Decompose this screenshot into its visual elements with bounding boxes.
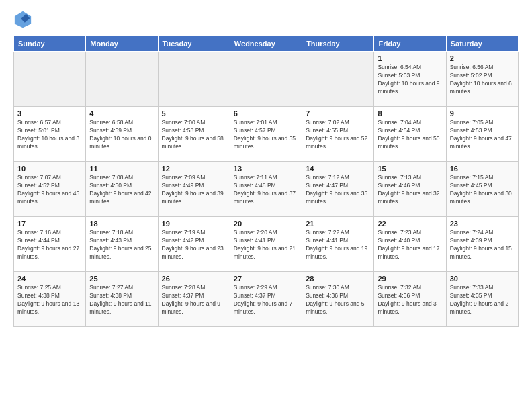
calendar-week-row: 3Sunrise: 6:57 AMSunset: 5:01 PMDaylight… — [14, 107, 519, 162]
day-info: Sunrise: 6:58 AMSunset: 4:59 PMDaylight:… — [89, 119, 154, 151]
calendar-cell: 5Sunrise: 7:00 AMSunset: 4:58 PMDaylight… — [158, 107, 230, 162]
day-info: Sunrise: 7:08 AMSunset: 4:50 PMDaylight:… — [89, 174, 154, 206]
day-info: Sunrise: 7:19 AMSunset: 4:42 PMDaylight:… — [162, 229, 226, 261]
day-info: Sunrise: 7:15 AMSunset: 4:45 PMDaylight:… — [450, 174, 515, 206]
weekday-header: Thursday — [302, 36, 374, 52]
calendar-cell: 7Sunrise: 7:02 AMSunset: 4:55 PMDaylight… — [302, 107, 374, 162]
page: SundayMondayTuesdayWednesdayThursdayFrid… — [0, 0, 532, 411]
day-number: 15 — [378, 165, 442, 173]
day-info: Sunrise: 7:11 AMSunset: 4:48 PMDaylight:… — [234, 174, 298, 206]
day-number: 19 — [162, 220, 226, 228]
calendar-cell: 30Sunrise: 7:33 AMSunset: 4:35 PMDayligh… — [446, 272, 518, 327]
day-number: 2 — [450, 54, 515, 62]
day-number: 10 — [17, 165, 82, 173]
calendar-cell — [14, 52, 86, 107]
logo — [13, 10, 35, 29]
calendar-cell: 10Sunrise: 7:07 AMSunset: 4:52 PMDayligh… — [14, 162, 86, 217]
day-info: Sunrise: 7:18 AMSunset: 4:43 PMDaylight:… — [89, 229, 154, 261]
day-info: Sunrise: 7:13 AMSunset: 4:46 PMDaylight:… — [378, 174, 442, 206]
day-number: 4 — [89, 109, 154, 118]
calendar-cell: 2Sunrise: 6:56 AMSunset: 5:02 PMDaylight… — [446, 52, 518, 107]
calendar-week-row: 24Sunrise: 7:25 AMSunset: 4:38 PMDayligh… — [14, 272, 519, 327]
calendar-cell: 26Sunrise: 7:28 AMSunset: 4:37 PMDayligh… — [158, 272, 230, 327]
day-number: 22 — [378, 220, 442, 228]
calendar-cell: 11Sunrise: 7:08 AMSunset: 4:50 PMDayligh… — [86, 162, 158, 217]
day-info: Sunrise: 7:23 AMSunset: 4:40 PMDaylight:… — [378, 229, 442, 261]
calendar-cell: 13Sunrise: 7:11 AMSunset: 4:48 PMDayligh… — [230, 162, 302, 217]
calendar-cell: 1Sunrise: 6:54 AMSunset: 5:03 PMDaylight… — [374, 52, 446, 107]
day-number: 29 — [378, 275, 442, 283]
day-info: Sunrise: 7:05 AMSunset: 4:53 PMDaylight:… — [450, 119, 515, 151]
calendar-cell: 12Sunrise: 7:09 AMSunset: 4:49 PMDayligh… — [158, 162, 230, 217]
day-number: 16 — [450, 165, 515, 173]
day-number: 11 — [89, 165, 154, 173]
weekday-header: Monday — [86, 36, 158, 52]
day-info: Sunrise: 7:29 AMSunset: 4:37 PMDaylight:… — [234, 284, 298, 316]
day-number: 14 — [306, 165, 370, 173]
day-number: 12 — [162, 165, 226, 173]
calendar-cell: 22Sunrise: 7:23 AMSunset: 4:40 PMDayligh… — [374, 217, 446, 272]
header — [13, 10, 519, 29]
weekday-header: Friday — [374, 36, 446, 52]
day-info: Sunrise: 6:56 AMSunset: 5:02 PMDaylight:… — [450, 64, 515, 96]
day-number: 6 — [234, 109, 298, 118]
calendar-week-row: 10Sunrise: 7:07 AMSunset: 4:52 PMDayligh… — [14, 162, 519, 217]
day-number: 23 — [450, 220, 515, 228]
day-info: Sunrise: 7:04 AMSunset: 4:54 PMDaylight:… — [378, 119, 442, 151]
calendar-cell: 17Sunrise: 7:16 AMSunset: 4:44 PMDayligh… — [14, 217, 86, 272]
calendar-cell: 23Sunrise: 7:24 AMSunset: 4:39 PMDayligh… — [446, 217, 518, 272]
day-number: 13 — [234, 165, 298, 173]
day-number: 25 — [89, 275, 154, 283]
day-number: 17 — [17, 220, 82, 228]
calendar-cell: 27Sunrise: 7:29 AMSunset: 4:37 PMDayligh… — [230, 272, 302, 327]
calendar-cell: 6Sunrise: 7:01 AMSunset: 4:57 PMDaylight… — [230, 107, 302, 162]
calendar-header-row: SundayMondayTuesdayWednesdayThursdayFrid… — [14, 36, 519, 52]
day-info: Sunrise: 7:01 AMSunset: 4:57 PMDaylight:… — [234, 119, 298, 151]
day-info: Sunrise: 7:24 AMSunset: 4:39 PMDaylight:… — [450, 229, 515, 261]
calendar-cell: 4Sunrise: 6:58 AMSunset: 4:59 PMDaylight… — [86, 107, 158, 162]
calendar-cell: 16Sunrise: 7:15 AMSunset: 4:45 PMDayligh… — [446, 162, 518, 217]
calendar-cell: 19Sunrise: 7:19 AMSunset: 4:42 PMDayligh… — [158, 217, 230, 272]
day-number: 28 — [306, 275, 370, 283]
day-info: Sunrise: 7:16 AMSunset: 4:44 PMDaylight:… — [17, 229, 82, 261]
day-number: 26 — [162, 275, 226, 283]
day-info: Sunrise: 7:00 AMSunset: 4:58 PMDaylight:… — [162, 119, 226, 151]
day-number: 5 — [162, 109, 226, 118]
day-info: Sunrise: 7:27 AMSunset: 4:38 PMDaylight:… — [89, 284, 154, 316]
calendar-cell: 21Sunrise: 7:22 AMSunset: 4:41 PMDayligh… — [302, 217, 374, 272]
calendar-week-row: 17Sunrise: 7:16 AMSunset: 4:44 PMDayligh… — [14, 217, 519, 272]
calendar-cell — [86, 52, 158, 107]
weekday-header: Tuesday — [158, 36, 230, 52]
day-number: 27 — [234, 275, 298, 283]
weekday-header: Saturday — [446, 36, 518, 52]
day-number: 3 — [17, 109, 82, 118]
day-info: Sunrise: 7:28 AMSunset: 4:37 PMDaylight:… — [162, 284, 226, 316]
day-number: 20 — [234, 220, 298, 228]
calendar-cell: 28Sunrise: 7:30 AMSunset: 4:36 PMDayligh… — [302, 272, 374, 327]
calendar-cell: 15Sunrise: 7:13 AMSunset: 4:46 PMDayligh… — [374, 162, 446, 217]
weekday-header: Wednesday — [230, 36, 302, 52]
calendar: SundayMondayTuesdayWednesdayThursdayFrid… — [13, 36, 519, 327]
day-number: 7 — [306, 109, 370, 118]
day-info: Sunrise: 7:33 AMSunset: 4:35 PMDaylight:… — [450, 284, 515, 316]
day-info: Sunrise: 7:09 AMSunset: 4:49 PMDaylight:… — [162, 174, 226, 206]
day-number: 8 — [378, 109, 442, 118]
day-info: Sunrise: 7:25 AMSunset: 4:38 PMDaylight:… — [17, 284, 82, 316]
calendar-cell: 9Sunrise: 7:05 AMSunset: 4:53 PMDaylight… — [446, 107, 518, 162]
day-number: 9 — [450, 109, 515, 118]
day-info: Sunrise: 7:22 AMSunset: 4:41 PMDaylight:… — [306, 229, 370, 261]
calendar-cell: 29Sunrise: 7:32 AMSunset: 4:36 PMDayligh… — [374, 272, 446, 327]
calendar-cell: 20Sunrise: 7:20 AMSunset: 4:41 PMDayligh… — [230, 217, 302, 272]
day-info: Sunrise: 7:12 AMSunset: 4:47 PMDaylight:… — [306, 174, 370, 206]
calendar-week-row: 1Sunrise: 6:54 AMSunset: 5:03 PMDaylight… — [14, 52, 519, 107]
day-info: Sunrise: 6:57 AMSunset: 5:01 PMDaylight:… — [17, 119, 82, 151]
day-info: Sunrise: 7:32 AMSunset: 4:36 PMDaylight:… — [378, 284, 442, 316]
calendar-cell: 24Sunrise: 7:25 AMSunset: 4:38 PMDayligh… — [14, 272, 86, 327]
day-info: Sunrise: 7:02 AMSunset: 4:55 PMDaylight:… — [306, 119, 370, 151]
weekday-header: Sunday — [14, 36, 86, 52]
calendar-cell: 8Sunrise: 7:04 AMSunset: 4:54 PMDaylight… — [374, 107, 446, 162]
day-number: 30 — [450, 275, 515, 283]
day-number: 21 — [306, 220, 370, 228]
logo-icon — [13, 10, 32, 29]
calendar-cell — [302, 52, 374, 107]
